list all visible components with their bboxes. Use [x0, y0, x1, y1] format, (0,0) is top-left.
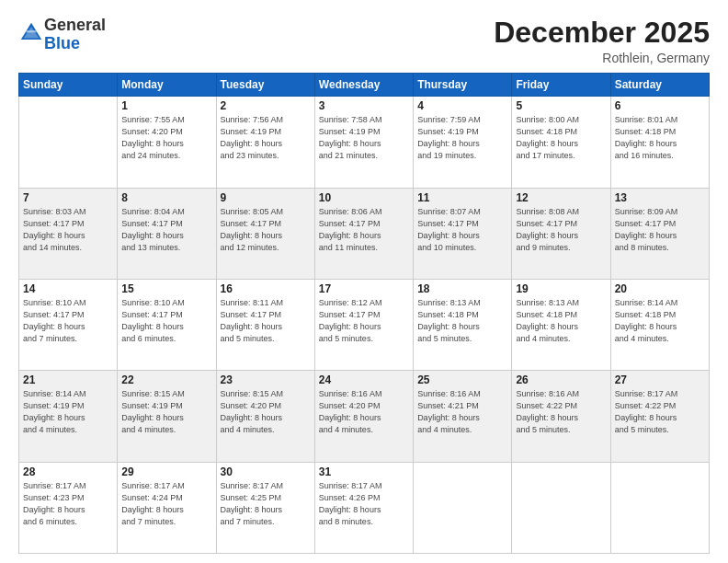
- day-info: Sunrise: 8:12 AM Sunset: 4:17 PM Dayligh…: [319, 297, 409, 345]
- logo: General Blue: [18, 17, 106, 53]
- day-info: Sunrise: 8:03 AM Sunset: 4:17 PM Dayligh…: [23, 206, 113, 254]
- day-number: 8: [121, 191, 211, 204]
- calendar-cell: 28Sunrise: 8:17 AM Sunset: 4:23 PM Dayli…: [19, 462, 118, 553]
- day-info: Sunrise: 8:17 AM Sunset: 4:24 PM Dayligh…: [121, 480, 211, 528]
- day-number: 28: [23, 465, 113, 478]
- logo-icon: [18, 20, 44, 46]
- calendar-header-row: SundayMondayTuesdayWednesdayThursdayFrid…: [19, 74, 710, 97]
- calendar-cell: 30Sunrise: 8:17 AM Sunset: 4:25 PM Dayli…: [216, 462, 314, 553]
- calendar-header-tuesday: Tuesday: [216, 74, 314, 97]
- day-number: 6: [615, 99, 705, 112]
- calendar-cell: 6Sunrise: 8:01 AM Sunset: 4:18 PM Daylig…: [610, 97, 709, 188]
- logo-blue: Blue: [44, 34, 80, 52]
- day-number: 22: [121, 373, 211, 386]
- day-info: Sunrise: 8:09 AM Sunset: 4:17 PM Dayligh…: [615, 206, 705, 254]
- calendar-cell: 2Sunrise: 7:56 AM Sunset: 4:19 PM Daylig…: [216, 97, 314, 188]
- location-subtitle: Rothlein, Germany: [494, 51, 710, 65]
- calendar-cell: 13Sunrise: 8:09 AM Sunset: 4:17 PM Dayli…: [610, 188, 709, 279]
- day-number: 30: [221, 465, 311, 478]
- day-info: Sunrise: 8:04 AM Sunset: 4:17 PM Dayligh…: [121, 206, 211, 254]
- calendar-cell: 21Sunrise: 8:14 AM Sunset: 4:19 PM Dayli…: [19, 371, 118, 462]
- calendar-cell: 1Sunrise: 7:55 AM Sunset: 4:20 PM Daylig…: [118, 97, 216, 188]
- day-info: Sunrise: 8:07 AM Sunset: 4:17 PM Dayligh…: [417, 206, 507, 254]
- day-info: Sunrise: 8:10 AM Sunset: 4:17 PM Dayligh…: [23, 297, 113, 345]
- day-number: 1: [121, 99, 211, 112]
- calendar-cell: 23Sunrise: 8:15 AM Sunset: 4:20 PM Dayli…: [216, 371, 314, 462]
- calendar-cell: 29Sunrise: 8:17 AM Sunset: 4:24 PM Dayli…: [118, 462, 216, 553]
- calendar-cell: 3Sunrise: 7:58 AM Sunset: 4:19 PM Daylig…: [314, 97, 413, 188]
- calendar-week-1: 1Sunrise: 7:55 AM Sunset: 4:20 PM Daylig…: [19, 97, 710, 188]
- header: General Blue December 2025 Rothlein, Ger…: [18, 17, 710, 65]
- day-number: 29: [121, 465, 211, 478]
- day-number: 9: [221, 191, 311, 204]
- day-number: 31: [319, 465, 409, 478]
- day-info: Sunrise: 8:13 AM Sunset: 4:18 PM Dayligh…: [417, 297, 507, 345]
- day-info: Sunrise: 8:15 AM Sunset: 4:20 PM Dayligh…: [221, 388, 311, 436]
- day-number: 3: [319, 99, 409, 112]
- svg-rect-2: [26, 30, 36, 32]
- calendar-cell: 14Sunrise: 8:10 AM Sunset: 4:17 PM Dayli…: [19, 279, 118, 370]
- day-info: Sunrise: 8:08 AM Sunset: 4:17 PM Dayligh…: [516, 206, 606, 254]
- day-info: Sunrise: 8:17 AM Sunset: 4:23 PM Dayligh…: [23, 480, 113, 528]
- calendar-cell: 11Sunrise: 8:07 AM Sunset: 4:17 PM Dayli…: [414, 188, 512, 279]
- calendar-cell: 31Sunrise: 8:17 AM Sunset: 4:26 PM Dayli…: [314, 462, 413, 553]
- day-info: Sunrise: 7:58 AM Sunset: 4:19 PM Dayligh…: [319, 114, 409, 162]
- calendar-cell: 10Sunrise: 8:06 AM Sunset: 4:17 PM Dayli…: [314, 188, 413, 279]
- day-number: 15: [121, 282, 211, 295]
- logo-general: General: [44, 16, 106, 34]
- day-info: Sunrise: 7:56 AM Sunset: 4:19 PM Dayligh…: [221, 114, 311, 162]
- day-number: 11: [417, 191, 507, 204]
- title-block: December 2025 Rothlein, Germany: [494, 17, 710, 65]
- calendar-header-wednesday: Wednesday: [314, 74, 413, 97]
- day-info: Sunrise: 8:16 AM Sunset: 4:21 PM Dayligh…: [417, 388, 507, 436]
- calendar-cell: 7Sunrise: 8:03 AM Sunset: 4:17 PM Daylig…: [19, 188, 118, 279]
- day-number: 13: [615, 191, 705, 204]
- day-number: 20: [615, 282, 705, 295]
- day-number: 14: [23, 282, 113, 295]
- calendar-cell: 17Sunrise: 8:12 AM Sunset: 4:17 PM Dayli…: [314, 279, 413, 370]
- calendar-week-3: 14Sunrise: 8:10 AM Sunset: 4:17 PM Dayli…: [19, 279, 710, 370]
- calendar-cell: 22Sunrise: 8:15 AM Sunset: 4:19 PM Dayli…: [118, 371, 216, 462]
- day-number: 19: [516, 282, 606, 295]
- day-info: Sunrise: 8:11 AM Sunset: 4:17 PM Dayligh…: [221, 297, 311, 345]
- day-info: Sunrise: 7:59 AM Sunset: 4:19 PM Dayligh…: [417, 114, 507, 162]
- day-info: Sunrise: 8:14 AM Sunset: 4:19 PM Dayligh…: [23, 388, 113, 436]
- calendar-cell: 18Sunrise: 8:13 AM Sunset: 4:18 PM Dayli…: [414, 279, 512, 370]
- day-info: Sunrise: 8:16 AM Sunset: 4:20 PM Dayligh…: [319, 388, 409, 436]
- calendar-week-4: 21Sunrise: 8:14 AM Sunset: 4:19 PM Dayli…: [19, 371, 710, 462]
- calendar-cell: 19Sunrise: 8:13 AM Sunset: 4:18 PM Dayli…: [512, 279, 610, 370]
- day-number: 21: [23, 373, 113, 386]
- calendar-cell: 25Sunrise: 8:16 AM Sunset: 4:21 PM Dayli…: [414, 371, 512, 462]
- day-number: 25: [417, 373, 507, 386]
- day-number: 2: [221, 99, 311, 112]
- calendar-header-friday: Friday: [512, 74, 610, 97]
- day-number: 10: [319, 191, 409, 204]
- calendar-cell: 4Sunrise: 7:59 AM Sunset: 4:19 PM Daylig…: [414, 97, 512, 188]
- calendar-cell: [414, 462, 512, 553]
- calendar-cell: 15Sunrise: 8:10 AM Sunset: 4:17 PM Dayli…: [118, 279, 216, 370]
- day-number: 26: [516, 373, 606, 386]
- day-info: Sunrise: 8:14 AM Sunset: 4:18 PM Dayligh…: [615, 297, 705, 345]
- month-title: December 2025: [494, 17, 710, 49]
- calendar-cell: 8Sunrise: 8:04 AM Sunset: 4:17 PM Daylig…: [118, 188, 216, 279]
- calendar-header-saturday: Saturday: [610, 74, 709, 97]
- calendar-cell: 27Sunrise: 8:17 AM Sunset: 4:22 PM Dayli…: [610, 371, 709, 462]
- day-number: 17: [319, 282, 409, 295]
- calendar-header-monday: Monday: [118, 74, 216, 97]
- day-number: 23: [221, 373, 311, 386]
- day-info: Sunrise: 8:00 AM Sunset: 4:18 PM Dayligh…: [516, 114, 606, 162]
- day-number: 16: [221, 282, 311, 295]
- calendar-cell: [19, 97, 118, 188]
- day-info: Sunrise: 8:17 AM Sunset: 4:26 PM Dayligh…: [319, 480, 409, 528]
- day-info: Sunrise: 8:05 AM Sunset: 4:17 PM Dayligh…: [221, 206, 311, 254]
- day-number: 24: [319, 373, 409, 386]
- page: General Blue December 2025 Rothlein, Ger…: [0, 0, 728, 563]
- day-info: Sunrise: 8:16 AM Sunset: 4:22 PM Dayligh…: [516, 388, 606, 436]
- calendar-cell: 20Sunrise: 8:14 AM Sunset: 4:18 PM Dayli…: [610, 279, 709, 370]
- day-info: Sunrise: 8:01 AM Sunset: 4:18 PM Dayligh…: [615, 114, 705, 162]
- calendar-cell: 26Sunrise: 8:16 AM Sunset: 4:22 PM Dayli…: [512, 371, 610, 462]
- calendar-cell: 24Sunrise: 8:16 AM Sunset: 4:20 PM Dayli…: [314, 371, 413, 462]
- day-number: 18: [417, 282, 507, 295]
- day-number: 4: [417, 99, 507, 112]
- calendar-header-thursday: Thursday: [414, 74, 512, 97]
